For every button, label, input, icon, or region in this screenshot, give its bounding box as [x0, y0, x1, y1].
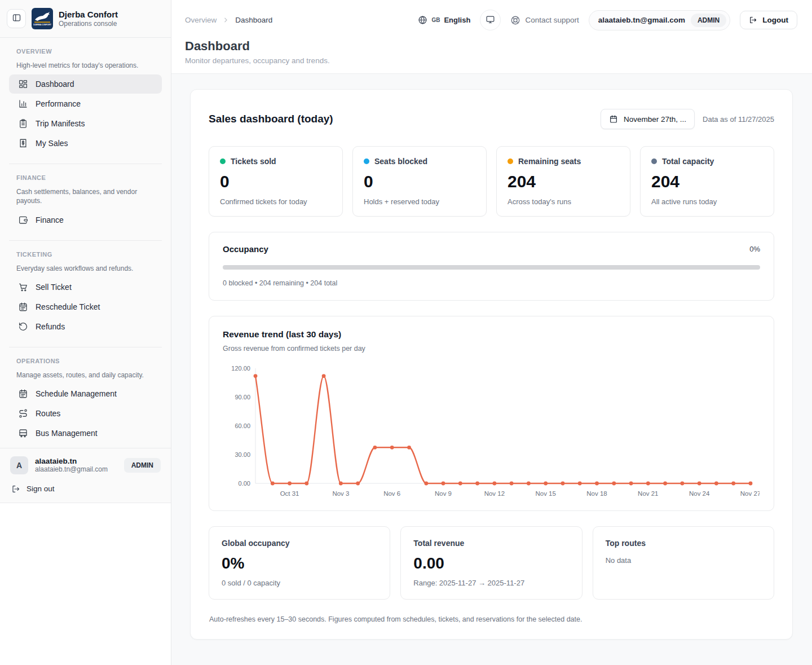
breadcrumb-item-overview[interactable]: Overview [185, 16, 217, 24]
sidebar-item-label: Sell Ticket [36, 283, 72, 292]
sidebar-item-label: My Sales [36, 139, 68, 148]
metric-label: Seats blocked [374, 157, 427, 166]
summary-title: Top routes [606, 539, 761, 548]
brand-subtitle: Operations console [59, 20, 118, 28]
summary-title: Global occupancy [222, 539, 377, 548]
svg-text:Nov 24: Nov 24 [689, 490, 710, 497]
sidebar-item-label: Bus Management [36, 429, 98, 438]
page-title: Dashboard [185, 39, 797, 54]
sidebar-user-footer: A alaataieb.tn alaataieb.tn@gmail.com AD… [0, 448, 171, 503]
summary-value: 0% [222, 556, 377, 571]
section-description: Manage assets, routes, and daily capacit… [16, 371, 162, 380]
sidebar-item-label: Schedule Management [36, 389, 117, 398]
metric-dot [364, 158, 369, 164]
summary-title: Total revenue [413, 539, 569, 548]
sidebar-item-label: Trip Manifests [36, 119, 85, 128]
section-label: FINANCE [16, 174, 162, 181]
panel-left-icon [12, 13, 21, 24]
metric-card-remaining-seats: Remaining seats204Across today's runs [496, 146, 630, 217]
svg-text:Oct 31: Oct 31 [280, 490, 299, 497]
sidebar-item-reschedule-ticket[interactable]: Reschedule Ticket [9, 297, 162, 316]
summary-card-total-revenue: Total revenue0.00Range: 2025-11-27 → 202… [400, 526, 582, 600]
language-selector[interactable]: GB English [418, 15, 470, 25]
sidebar-header: DJERBA CONFORT Djerba Confort Operations… [0, 0, 171, 37]
metric-dot [508, 158, 513, 164]
clipboard-icon [18, 118, 28, 129]
main-column: OverviewDashboard GB English Contact sup… [171, 0, 812, 665]
calendar-icon [18, 302, 28, 312]
sidebar-item-routes[interactable]: Routes [9, 404, 162, 423]
section-label: OPERATIONS [16, 358, 162, 364]
metric-description: Confirmed tickets for today [220, 197, 332, 206]
chart-subtitle: Gross revenue from confirmed tickets per… [223, 345, 760, 353]
sidebar-item-refunds[interactable]: Refunds [9, 317, 162, 336]
signout-button[interactable]: Sign out [9, 477, 162, 498]
sidebar-item-my-sales[interactable]: My Sales [9, 134, 162, 153]
svg-text:120.00: 120.00 [231, 365, 250, 372]
sidebar-item-bus-management[interactable]: Bus Management [9, 424, 162, 443]
occupancy-title: Occupancy [223, 244, 268, 254]
sidebar-item-finance[interactable]: Finance [9, 210, 162, 230]
metric-dot [651, 158, 657, 164]
bus-icon [18, 428, 28, 438]
brand-text: Djerba Confort Operations console [59, 10, 118, 28]
sidebar-collapse-button[interactable] [7, 9, 26, 28]
svg-text:60.00: 60.00 [235, 422, 250, 429]
summary-description: Range: 2025-11-27 → 2025-11-27 [413, 579, 569, 587]
svg-text:Nov 21: Nov 21 [638, 490, 658, 497]
contact-support-link[interactable]: Contact support [510, 15, 579, 25]
panel-title: Sales dashboard (today) [209, 113, 333, 125]
metric-description: Across today's runs [508, 197, 619, 206]
sales-dashboard-panel: Sales dashboard (today) November 27th, .… [190, 89, 793, 640]
section-label: OVERVIEW [16, 48, 162, 55]
logout-button[interactable]: Logout [740, 11, 797, 29]
receipt-dollar-icon [18, 138, 28, 148]
account-email: alaataieb.tn@gmail.com [598, 16, 685, 24]
metric-label: Remaining seats [518, 157, 581, 166]
calendar-icon [18, 389, 28, 399]
sidebar-section-ticketing: TICKETINGEveryday sales workflows and re… [0, 241, 171, 341]
content-area: Sales dashboard (today) November 27th, .… [171, 74, 812, 665]
metric-description: All active runs today [651, 197, 763, 206]
svg-text:Nov 3: Nov 3 [332, 490, 349, 497]
sidebar-item-trip-manifests[interactable]: Trip Manifests [9, 114, 162, 133]
dashboard-grid-icon [18, 79, 28, 89]
monitor-icon [486, 15, 495, 26]
role-badge: ADMIN [124, 458, 161, 473]
topbar-actions: GB English Contact support alaataieb.tn@… [418, 10, 797, 30]
svg-text:Nov 27: Nov 27 [740, 490, 760, 497]
section-label: TICKETING [16, 251, 162, 258]
date-picker-button[interactable]: November 27th, ... [601, 109, 695, 129]
user-info: alaataieb.tn alaataieb.tn@gmail.com [35, 457, 108, 473]
sidebar-item-label: Refunds [36, 322, 65, 331]
section-description: Cash settlements, balances, and vendor p… [16, 187, 162, 205]
topbar: OverviewDashboard GB English Contact sup… [171, 0, 812, 74]
account-role-badge: ADMIN [691, 14, 726, 27]
summary-value: 0.00 [413, 556, 569, 571]
signout-label: Sign out [27, 485, 55, 493]
display-mode-button[interactable] [480, 10, 501, 30]
sidebar-item-dashboard[interactable]: Dashboard [9, 74, 162, 94]
logout-icon [749, 16, 757, 24]
occupancy-progress-bar [223, 265, 760, 270]
account-pill[interactable]: alaataieb.tn@gmail.com ADMIN [589, 10, 731, 30]
metric-cards: Tickets sold0Confirmed tickets for today… [209, 146, 774, 217]
svg-text:0.00: 0.00 [239, 480, 250, 487]
sidebar-item-schedule-management[interactable]: Schedule Management [9, 384, 162, 403]
sidebar-item-performance[interactable]: Performance [9, 94, 162, 113]
summary-card-global-occupancy: Global occupancy0%0 sold / 0 capacity [209, 526, 390, 600]
sidebar-item-label: Reschedule Ticket [36, 302, 100, 311]
signout-icon [11, 485, 20, 494]
summary-cards: Global occupancy0%0 sold / 0 capacityTot… [209, 526, 774, 600]
metric-card-seats-blocked: Seats blocked0Holds + reserved today [352, 146, 487, 217]
user-name: alaataieb.tn [35, 457, 108, 465]
sidebar: DJERBA CONFORT Djerba Confort Operations… [0, 0, 171, 665]
summary-description: No data [606, 556, 761, 565]
contact-support-label: Contact support [525, 16, 579, 24]
sidebar-item-sell-ticket[interactable]: Sell Ticket [9, 278, 162, 297]
svg-text:Nov 6: Nov 6 [383, 490, 400, 497]
route-icon [18, 408, 28, 419]
occupancy-percent: 0% [749, 245, 760, 253]
metric-card-tickets-sold: Tickets sold0Confirmed tickets for today [209, 146, 343, 217]
occupancy-detail: 0 blocked • 204 remaining • 204 total [223, 279, 760, 287]
